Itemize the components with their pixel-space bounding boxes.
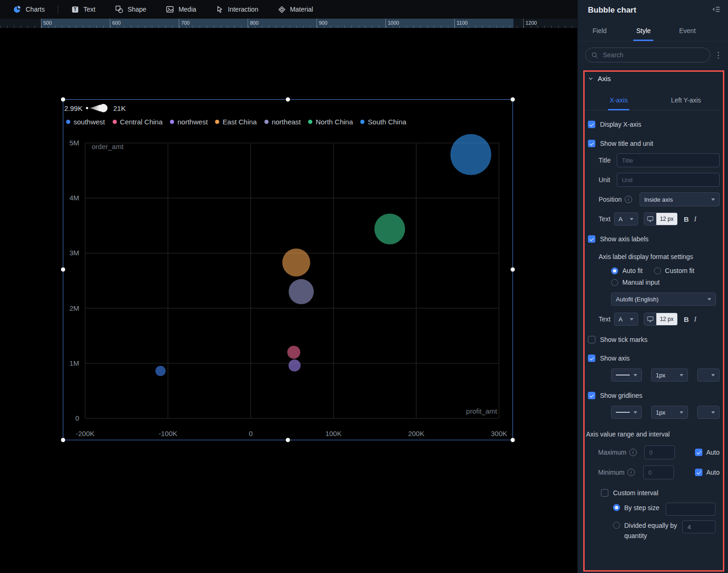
axis-line-style-row: 1px <box>611 368 720 382</box>
legend-item[interactable]: northeast <box>264 118 301 126</box>
toolbar-item-label: Shape <box>128 6 146 13</box>
show-gridlines-checkbox[interactable] <box>588 392 595 399</box>
title-input[interactable] <box>617 153 720 167</box>
toolbar-item-media[interactable]: Media <box>166 5 196 14</box>
size-legend-max: 21K <box>113 104 126 112</box>
more-options-icon[interactable]: ⋮ <box>713 50 723 60</box>
italic-button[interactable]: I <box>694 215 696 223</box>
search-box[interactable] <box>585 48 710 62</box>
material-icon <box>278 6 286 14</box>
svg-text:0: 0 <box>249 430 252 437</box>
gridline-color-select[interactable] <box>697 406 720 419</box>
bubble[interactable] <box>282 249 310 277</box>
font-color-dropdown[interactable]: A <box>614 313 638 326</box>
by-step-size-radio[interactable] <box>613 504 620 511</box>
legend-dot <box>113 120 117 124</box>
position-select[interactable]: Inside axis <box>640 192 720 206</box>
show-axis-checkbox[interactable] <box>588 355 595 362</box>
show-axis-labels-checkbox[interactable] <box>588 235 595 243</box>
bubble[interactable] <box>289 279 314 304</box>
legend-item[interactable]: North China <box>308 118 353 126</box>
toolbar-item-label: Interaction <box>228 6 258 13</box>
svg-text:2M: 2M <box>69 304 79 312</box>
font-color-dropdown[interactable]: A <box>614 212 638 225</box>
chevron-down-icon <box>711 198 715 201</box>
font-size-control[interactable]: 12 px <box>644 212 678 225</box>
legend-item[interactable]: Central China <box>113 118 163 126</box>
selection-handle[interactable] <box>511 267 515 272</box>
legend-item[interactable]: northwest <box>170 118 208 126</box>
unit-input[interactable] <box>617 173 720 187</box>
show-title-unit-row: Show title and unit <box>588 140 720 147</box>
toolbar-item-charts[interactable]: Charts <box>13 5 45 14</box>
tab-field[interactable]: Field <box>578 20 621 41</box>
minimum-auto-checkbox[interactable] <box>695 469 702 476</box>
design-canvas[interactable]: 01M2M3M4M5M-200K-100K0100K200K300Korder_… <box>0 28 577 573</box>
toolbar-item-text[interactable]: T Text <box>71 6 95 14</box>
selection-handle[interactable] <box>61 267 65 272</box>
tab-x-axis[interactable]: X-axis <box>585 92 653 110</box>
selection-handle[interactable] <box>286 97 290 102</box>
axis-line-color-select[interactable] <box>697 368 720 382</box>
show-tick-marks-checkbox[interactable] <box>588 336 595 343</box>
minimum-input[interactable] <box>643 465 674 479</box>
display-x-axis-checkbox[interactable] <box>588 121 595 128</box>
toolbar-divider <box>58 5 58 14</box>
line-style-icon <box>616 412 630 413</box>
axis-line-style-select[interactable] <box>611 368 642 382</box>
step-size-input[interactable] <box>666 503 715 516</box>
format-radio-row-1: Auto fit Custom fit <box>611 267 720 274</box>
info-icon <box>625 196 632 203</box>
legend-item[interactable]: South China <box>360 118 406 126</box>
manual-input-radio <box>611 279 618 286</box>
line-style-icon <box>616 375 630 375</box>
axis-section-header[interactable]: Axis <box>588 75 728 82</box>
title-field-row: Title <box>599 153 720 167</box>
maximum-auto-checkbox[interactable] <box>695 449 702 456</box>
tab-left-y-axis[interactable]: Left Y-axis <box>653 92 720 110</box>
divided-equally-radio[interactable] <box>613 522 620 529</box>
italic-button[interactable]: I <box>694 315 696 323</box>
selection-handle[interactable] <box>511 97 515 102</box>
bubble[interactable] <box>451 134 492 175</box>
divided-quantity-input[interactable] <box>682 520 715 533</box>
maximum-input[interactable] <box>644 445 675 459</box>
gridline-style-select[interactable] <box>611 406 642 419</box>
size-gradient-icon <box>85 102 110 114</box>
app: Charts T Text Shape Media Interaction Ma… <box>0 0 728 573</box>
toolbar-item-material[interactable]: Material <box>278 6 313 14</box>
selected-bubble-chart[interactable]: 01M2M3M4M5M-200K-100K0100K200K300Korder_… <box>63 99 513 440</box>
svg-text:100K: 100K <box>325 430 342 437</box>
bubble[interactable] <box>374 213 405 244</box>
bubble[interactable] <box>155 366 166 376</box>
autofit-language-select[interactable]: Autofit (English) <box>611 293 716 306</box>
selection-handle[interactable] <box>61 97 65 102</box>
collapse-panel-icon[interactable] <box>712 5 721 15</box>
bold-button[interactable]: B <box>684 315 689 323</box>
bold-button[interactable]: B <box>684 215 689 223</box>
toolbar-item-shape[interactable]: Shape <box>115 5 146 14</box>
radio-auto-fit[interactable]: Auto fit <box>611 267 643 274</box>
selection-handle[interactable] <box>511 438 515 442</box>
radio-manual-input[interactable]: Manual input <box>611 279 660 286</box>
tab-event[interactable]: Event <box>666 20 709 41</box>
selection-handle[interactable] <box>286 438 290 442</box>
selection-handle[interactable] <box>61 438 65 442</box>
toolbar-item-interaction[interactable]: Interaction <box>216 6 258 14</box>
legend-item[interactable]: East China <box>215 118 256 126</box>
custom-fit-radio <box>654 267 661 274</box>
bubble[interactable] <box>287 346 300 359</box>
bubble[interactable] <box>289 360 301 372</box>
search-input[interactable] <box>602 51 704 59</box>
custom-interval-checkbox[interactable] <box>601 489 608 497</box>
font-size-control[interactable]: 12 px <box>644 313 678 326</box>
axis-line-width-select[interactable]: 1px <box>651 368 688 382</box>
show-title-unit-checkbox[interactable] <box>588 140 595 147</box>
radio-custom-fit[interactable]: Custom fit <box>654 267 694 274</box>
tab-style[interactable]: Style <box>621 20 665 41</box>
panel-title: Bubble chart <box>588 6 636 15</box>
text-icon: T <box>71 6 79 14</box>
display-icon <box>644 213 656 225</box>
legend-item[interactable]: southwest <box>66 118 105 126</box>
gridline-width-select[interactable]: 1px <box>651 406 688 419</box>
